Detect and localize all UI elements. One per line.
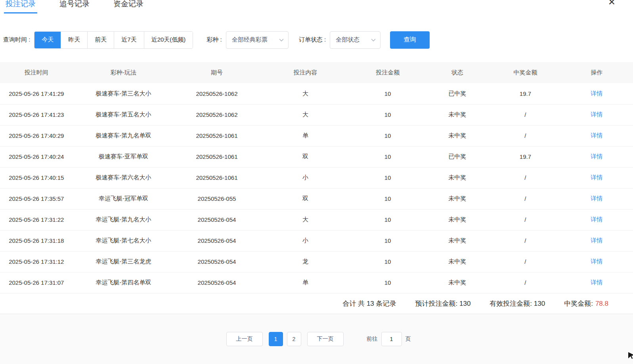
prize-amount: / bbox=[491, 251, 560, 272]
detail-link[interactable]: 详情 bbox=[591, 90, 602, 97]
close-icon[interactable]: ✕ bbox=[608, 0, 616, 7]
bet-content: 大 bbox=[260, 104, 352, 125]
betting-records-panel: 投注记录 追号记录 资金记录 ✕ 查询时间 : 今天 昨天 前天 近7天 近20… bbox=[0, 0, 633, 364]
prize-amount: / bbox=[491, 209, 560, 230]
prize-amount: / bbox=[491, 230, 560, 251]
header-bet-content: 投注内容 bbox=[260, 62, 352, 83]
goto-page-input[interactable] bbox=[381, 332, 402, 346]
bet-content: 双 bbox=[260, 146, 352, 167]
bet-amount: 10 bbox=[351, 83, 424, 104]
tabs-bar: 投注记录 追号记录 资金记录 ✕ bbox=[0, 0, 633, 14]
game-play: 极速赛车-第六名大小 bbox=[73, 167, 174, 188]
issue-number: 20250526-1062 bbox=[174, 104, 260, 125]
prize-amount: / bbox=[491, 272, 560, 293]
detail-link[interactable]: 详情 bbox=[591, 258, 602, 265]
prize-amount: / bbox=[491, 188, 560, 209]
status-badge: 未中奖 bbox=[424, 167, 491, 188]
detail-link[interactable]: 详情 bbox=[591, 195, 602, 202]
prev-page-button[interactable]: 上一页 bbox=[226, 332, 263, 346]
pagination-footer: 上一页 1 2 下一页 前往 页 bbox=[0, 314, 633, 364]
issue-number: 20250526-1062 bbox=[174, 83, 260, 104]
bet-time: 2025-05-26 17:40:29 bbox=[0, 125, 73, 146]
filter-bar: 查询时间 : 今天 昨天 前天 近7天 近20天(低频) 彩种 : 全部经典彩票… bbox=[3, 31, 633, 49]
bet-content: 大 bbox=[260, 209, 352, 230]
status-badge: 未中奖 bbox=[424, 125, 491, 146]
detail-link[interactable]: 详情 bbox=[591, 132, 602, 139]
detail-link[interactable]: 详情 bbox=[591, 174, 602, 181]
tab-chase-records[interactable]: 追号记录 bbox=[58, 0, 91, 13]
bet-time: 2025-05-26 17:31:18 bbox=[0, 230, 73, 251]
tab-fund-records[interactable]: 资金记录 bbox=[112, 0, 145, 13]
issue-number: 20250526-1061 bbox=[174, 125, 260, 146]
bet-amount: 10 bbox=[351, 167, 424, 188]
next-page-button[interactable]: 下一页 bbox=[307, 332, 344, 346]
chevron-down-icon bbox=[371, 37, 376, 43]
page-button-1[interactable]: 1 bbox=[269, 332, 283, 346]
detail-link[interactable]: 详情 bbox=[591, 216, 602, 223]
game-play: 幸运飞艇-第三名龙虎 bbox=[73, 251, 174, 272]
table-row: 2025-05-26 17:40:24 极速赛车-亚军单双 20250526-1… bbox=[0, 146, 633, 167]
bet-content: 小 bbox=[260, 167, 352, 188]
bet-amount: 10 bbox=[351, 230, 424, 251]
bet-time: 2025-05-26 17:41:29 bbox=[0, 83, 73, 104]
bet-amount: 10 bbox=[351, 272, 424, 293]
bet-content: 双 bbox=[260, 188, 352, 209]
bet-amount: 10 bbox=[351, 146, 424, 167]
bet-time: 2025-05-26 17:41:23 bbox=[0, 104, 73, 125]
bet-time: 2025-05-26 17:31:12 bbox=[0, 251, 73, 272]
table-row: 2025-05-26 17:41:29 极速赛车-第三名大小 20250526-… bbox=[0, 83, 633, 104]
game-play: 幸运飞艇-第九名大小 bbox=[73, 209, 174, 230]
issue-number: 20250526-054 bbox=[174, 209, 260, 230]
summary-expected-amount: 预计投注金额: 130 bbox=[415, 299, 471, 308]
time-option-20days[interactable]: 近20天(低频) bbox=[144, 32, 193, 48]
prize-amount: 19.7 bbox=[491, 83, 560, 104]
status-badge: 未中奖 bbox=[424, 230, 491, 251]
records-table: 投注时间 彩种-玩法 期号 投注内容 投注金额 状态 中奖金额 操作 2025-… bbox=[0, 62, 633, 293]
time-option-yesterday[interactable]: 昨天 bbox=[61, 32, 87, 48]
header-actions: 操作 bbox=[560, 62, 633, 83]
bet-content: 龙 bbox=[260, 251, 352, 272]
bet-amount: 10 bbox=[351, 104, 424, 125]
status-badge: 未中奖 bbox=[424, 251, 491, 272]
game-play: 幸运飞艇-第七名大小 bbox=[73, 230, 174, 251]
detail-link[interactable]: 详情 bbox=[591, 237, 602, 244]
bet-time: 2025-05-26 17:35:57 bbox=[0, 188, 73, 209]
detail-link[interactable]: 详情 bbox=[591, 279, 602, 286]
order-status-label: 订单状态 : bbox=[299, 36, 326, 44]
status-badge: 已中奖 bbox=[424, 83, 491, 104]
time-option-day-before[interactable]: 前天 bbox=[87, 32, 114, 48]
status-badge: 未中奖 bbox=[424, 272, 491, 293]
header-prize: 中奖金额 bbox=[491, 62, 560, 83]
chevron-down-icon bbox=[279, 37, 284, 43]
issue-number: 20250526-054 bbox=[174, 272, 260, 293]
page-button-2[interactable]: 2 bbox=[287, 332, 301, 346]
time-filter-label: 查询时间 : bbox=[3, 36, 30, 44]
order-status-value: 全部状态 bbox=[336, 36, 360, 44]
bet-time: 2025-05-26 17:40:15 bbox=[0, 167, 73, 188]
detail-link[interactable]: 详情 bbox=[591, 111, 602, 118]
search-button[interactable]: 查询 bbox=[390, 31, 430, 49]
status-badge: 未中奖 bbox=[424, 188, 491, 209]
table-header-row: 投注时间 彩种-玩法 期号 投注内容 投注金额 状态 中奖金额 操作 bbox=[0, 62, 633, 83]
game-play: 极速赛车-第九名单双 bbox=[73, 125, 174, 146]
game-play: 幸运飞艇-冠军单双 bbox=[73, 188, 174, 209]
bet-content: 单 bbox=[260, 125, 352, 146]
time-option-7days[interactable]: 近7天 bbox=[114, 32, 143, 48]
order-status-select[interactable]: 全部状态 bbox=[330, 31, 381, 49]
bet-amount: 10 bbox=[351, 188, 424, 209]
game-play: 极速赛车-亚军单双 bbox=[73, 146, 174, 167]
lottery-type-select[interactable]: 全部经典彩票 bbox=[226, 31, 289, 49]
issue-number: 20250526-055 bbox=[174, 188, 260, 209]
summary-prize-value: 78.8 bbox=[595, 300, 608, 307]
bet-time: 2025-05-26 17:31:22 bbox=[0, 209, 73, 230]
bet-amount: 10 bbox=[351, 125, 424, 146]
header-bet-amount: 投注金额 bbox=[351, 62, 424, 83]
lottery-type-label: 彩种 : bbox=[207, 36, 222, 44]
time-option-today[interactable]: 今天 bbox=[34, 32, 61, 48]
status-badge: 未中奖 bbox=[424, 104, 491, 125]
detail-link[interactable]: 详情 bbox=[591, 153, 602, 160]
tab-betting-records[interactable]: 投注记录 bbox=[4, 0, 37, 13]
bet-amount: 10 bbox=[351, 209, 424, 230]
header-issue: 期号 bbox=[174, 62, 260, 83]
issue-number: 20250526-054 bbox=[174, 230, 260, 251]
